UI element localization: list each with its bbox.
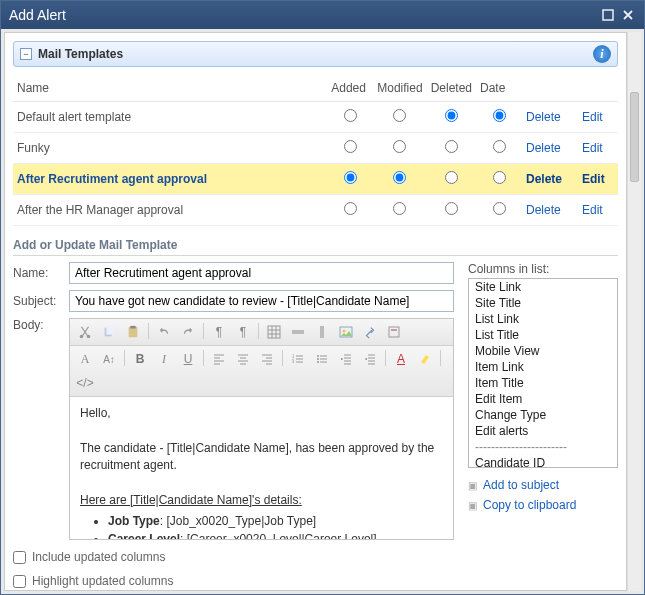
svg-rect-9	[320, 326, 324, 338]
added-radio[interactable]	[344, 109, 357, 122]
form-title: Add or Update Mail Template	[13, 238, 618, 256]
list-item[interactable]: Change Type	[469, 407, 617, 423]
svg-point-1	[80, 335, 84, 339]
name-input[interactable]	[69, 262, 454, 284]
delete-link[interactable]: Delete	[526, 141, 561, 155]
list-item[interactable]: Edit Item	[469, 391, 617, 407]
align-left-icon[interactable]	[210, 350, 228, 368]
ltr-icon[interactable]: ¶	[210, 323, 228, 341]
deleted-radio[interactable]	[445, 109, 458, 122]
maximize-button[interactable]	[600, 7, 616, 23]
insert-row-icon[interactable]	[289, 323, 307, 341]
include-updated-checkbox[interactable]	[13, 551, 26, 564]
add-to-subject-link[interactable]: Add to subject	[468, 478, 618, 492]
list-item[interactable]: Edit alerts	[469, 423, 617, 439]
image-icon[interactable]	[337, 323, 355, 341]
underline-icon[interactable]: U	[179, 350, 197, 368]
copy-icon[interactable]	[100, 323, 118, 341]
deleted-radio[interactable]	[445, 171, 458, 184]
list-item[interactable]: List Link	[469, 311, 617, 327]
font-size-icon[interactable]: A↕	[100, 350, 118, 368]
list-item[interactable]: Mobile View	[469, 343, 617, 359]
modified-radio[interactable]	[393, 140, 406, 153]
redo-icon[interactable]	[179, 323, 197, 341]
body-details-heading: Here are [Title|Candidate Name]'s detail…	[80, 493, 302, 507]
edit-link[interactable]: Edit	[582, 141, 603, 155]
table-row[interactable]: After the HR Manager approvalDeleteEdit	[13, 195, 618, 226]
outdent-icon[interactable]	[337, 350, 355, 368]
col-modified: Modified	[373, 75, 426, 102]
table-row[interactable]: Default alert templateDeleteEdit	[13, 102, 618, 133]
list-bullet-icon[interactable]	[313, 350, 331, 368]
date-radio[interactable]	[493, 140, 506, 153]
vertical-scrollbar[interactable]	[627, 32, 641, 591]
modified-radio[interactable]	[393, 171, 406, 184]
page-title: Add Alert	[9, 7, 596, 23]
highlight-icon[interactable]	[416, 350, 434, 368]
indent-icon[interactable]	[361, 350, 379, 368]
edit-link[interactable]: Edit	[582, 172, 605, 186]
svg-point-18	[317, 358, 319, 360]
paste-icon[interactable]	[124, 323, 142, 341]
delete-link[interactable]: Delete	[526, 203, 561, 217]
undo-icon[interactable]	[155, 323, 173, 341]
col-name: Name	[13, 75, 327, 102]
delete-link[interactable]: Delete	[526, 172, 562, 186]
svg-point-19	[317, 361, 319, 363]
svg-rect-8	[292, 330, 304, 334]
date-radio[interactable]	[493, 202, 506, 215]
subject-input[interactable]	[69, 290, 454, 312]
insert-col-icon[interactable]	[313, 323, 331, 341]
link-icon[interactable]	[361, 323, 379, 341]
body-bullet: Career Level: [Career_x0020_Level|Career…	[108, 531, 443, 539]
list-item[interactable]: Item Title	[469, 375, 617, 391]
highlight-updated-checkbox[interactable]	[13, 575, 26, 588]
table-row[interactable]: FunkyDeleteEdit	[13, 133, 618, 164]
svg-rect-7	[268, 326, 280, 338]
form-icon[interactable]	[385, 323, 403, 341]
list-item[interactable]: Site Link	[469, 279, 617, 295]
list-item[interactable]: Item Link	[469, 359, 617, 375]
list-num-icon[interactable]: 123	[289, 350, 307, 368]
table-row[interactable]: After Recrutiment agent approvalDeleteEd…	[13, 164, 618, 195]
svg-rect-12	[389, 327, 399, 337]
modified-radio[interactable]	[393, 109, 406, 122]
edit-link[interactable]: Edit	[582, 203, 603, 217]
list-item[interactable]: Candidate ID	[469, 455, 617, 468]
rtl-icon[interactable]: ¶	[234, 323, 252, 341]
body-editor[interactable]: Hello, The candidate - [Title|Candidate …	[70, 397, 453, 539]
copy-to-clipboard-link[interactable]: Copy to clipboard	[468, 498, 618, 512]
align-right-icon[interactable]	[258, 350, 276, 368]
deleted-radio[interactable]	[445, 202, 458, 215]
info-icon[interactable]: i	[593, 45, 611, 63]
font-color-icon[interactable]: A	[392, 350, 410, 368]
modified-radio[interactable]	[393, 202, 406, 215]
align-center-icon[interactable]	[234, 350, 252, 368]
include-updated-label: Include updated columns	[32, 550, 165, 564]
section-header-mail-templates: − Mail Templates i	[13, 41, 618, 67]
col-date: Date	[476, 75, 522, 102]
deleted-radio[interactable]	[445, 140, 458, 153]
list-item: -----------------------	[469, 439, 617, 455]
collapse-icon[interactable]: −	[20, 48, 32, 60]
date-radio[interactable]	[493, 171, 506, 184]
added-radio[interactable]	[344, 140, 357, 153]
columns-list[interactable]: Site LinkSite TitleList LinkList TitleMo…	[468, 278, 618, 468]
delete-link[interactable]: Delete	[526, 110, 561, 124]
italic-icon[interactable]: I	[155, 350, 173, 368]
list-item[interactable]: List Title	[469, 327, 617, 343]
source-icon[interactable]: </>	[76, 374, 94, 392]
cut-icon[interactable]	[76, 323, 94, 341]
templates-table: Name Added Modified Deleted Date Default…	[13, 75, 618, 226]
close-button[interactable]	[620, 7, 636, 23]
list-item[interactable]: Site Title	[469, 295, 617, 311]
edit-link[interactable]: Edit	[582, 110, 603, 124]
svg-point-2	[87, 335, 91, 339]
date-radio[interactable]	[493, 109, 506, 122]
bold-icon[interactable]: B	[131, 350, 149, 368]
added-radio[interactable]	[344, 171, 357, 184]
table-icon[interactable]	[265, 323, 283, 341]
added-radio[interactable]	[344, 202, 357, 215]
svg-rect-4	[106, 326, 113, 335]
font-icon[interactable]: A	[76, 350, 94, 368]
